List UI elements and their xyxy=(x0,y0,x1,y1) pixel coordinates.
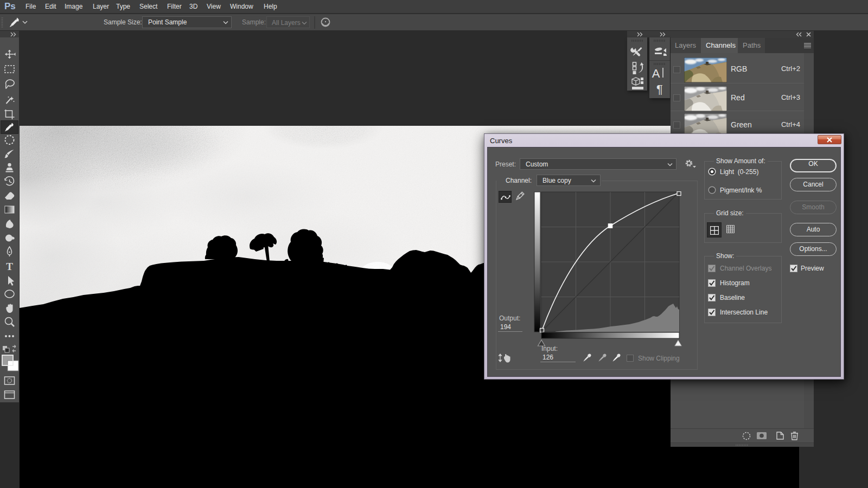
svg-text:¶: ¶ xyxy=(656,82,663,96)
svg-text:A: A xyxy=(652,67,660,80)
svg-text:T: T xyxy=(6,261,13,272)
